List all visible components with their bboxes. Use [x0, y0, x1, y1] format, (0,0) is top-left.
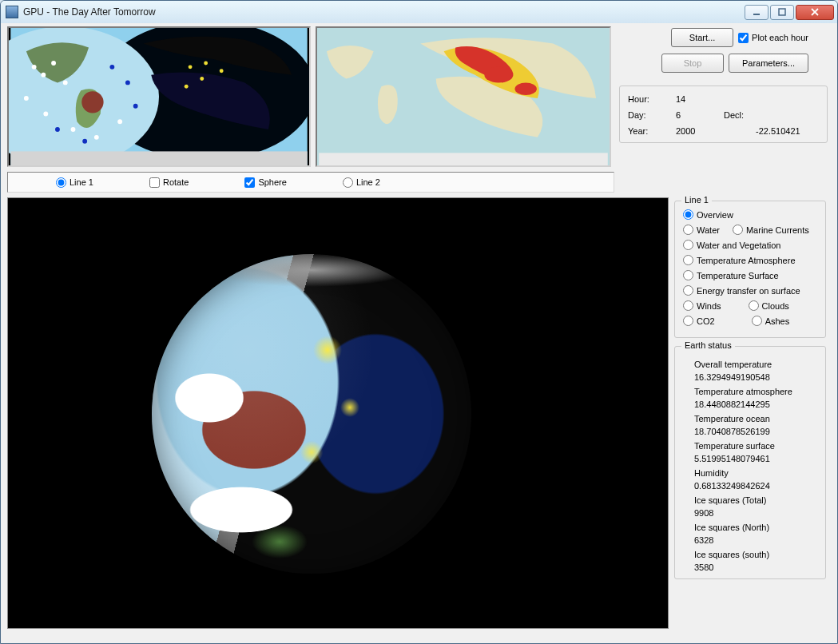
line1-groupbox: Line 1 Overview Water Marine Currents Wa… — [674, 201, 826, 338]
svg-point-21 — [55, 127, 60, 132]
svg-point-7 — [81, 91, 103, 113]
side-panel: Line 1 Overview Water Marine Currents Wa… — [671, 196, 829, 579]
opt-energy-transfer[interactable]: Energy transfer on surface — [683, 285, 800, 296]
svg-point-24 — [204, 62, 208, 66]
svg-rect-1 — [779, 9, 785, 15]
humidity-label: Humidity — [694, 468, 817, 478]
temp-ocean-label: Temperature ocean — [694, 414, 817, 423]
day-label: Day: — [628, 110, 676, 120]
ice-total-value: 9908 — [694, 508, 817, 518]
temp-atm-label: Temperature atmosphere — [694, 387, 817, 396]
ice-south-label: Ice squares (south) — [694, 550, 817, 559]
window-frame: GPU - The Day After Tomorrow — [0, 0, 838, 644]
ice-north-value: 6328 — [694, 535, 817, 545]
svg-point-11 — [51, 61, 56, 66]
overall-temp-value: 16.3294949190548 — [694, 372, 817, 382]
hour-value: 14 — [676, 94, 724, 104]
earth-status-legend: Earth status — [681, 340, 735, 350]
view-sphere-checkbox[interactable]: Sphere — [244, 177, 286, 188]
svg-point-30 — [484, 67, 512, 83]
svg-rect-8 — [10, 151, 307, 165]
svg-point-13 — [24, 96, 29, 101]
opt-water-vegetation[interactable]: Water and Vegetation — [683, 240, 780, 250]
opt-temp-surface[interactable]: Temperature Surface — [683, 270, 779, 280]
svg-point-26 — [200, 77, 204, 81]
parameters-button[interactable]: Parameters... — [729, 54, 808, 73]
view-line2-radio[interactable]: Line 2 — [343, 177, 380, 188]
app-icon — [6, 6, 18, 18]
svg-point-22 — [82, 139, 87, 144]
svg-point-18 — [109, 65, 114, 70]
temp-surf-value: 5.51995148079461 — [694, 454, 817, 463]
opt-overview[interactable]: Overview — [683, 209, 733, 220]
decl-label: Decl: — [724, 110, 756, 120]
titlebar[interactable]: GPU - The Day After Tomorrow — [1, 1, 837, 23]
right-controls: Start... Plot each hour Stop Parameters.… — [616, 26, 831, 167]
ice-total-label: Ice squares (Total) — [694, 495, 817, 505]
svg-point-17 — [117, 119, 122, 124]
hour-label: Hour: — [628, 94, 676, 104]
stop-button[interactable]: Stop — [661, 54, 724, 73]
top-row: Start... Plot each hour Stop Parameters.… — [7, 26, 831, 167]
minimize-button[interactable] — [745, 5, 768, 20]
temp-surf-label: Temperature surface — [694, 441, 817, 451]
day-value: 6 — [676, 110, 724, 120]
plot-each-hour-input[interactable] — [738, 33, 749, 43]
svg-point-10 — [41, 73, 46, 78]
svg-point-12 — [63, 80, 68, 85]
opt-temp-atmosphere[interactable]: Temperature Atmosphere — [683, 255, 796, 265]
map-heat-panel — [316, 26, 611, 167]
humidity-value: 0.68133249842624 — [694, 481, 817, 491]
svg-point-14 — [43, 112, 48, 117]
map-overview-panel — [7, 26, 311, 167]
start-button[interactable]: Start... — [671, 28, 733, 47]
opt-water[interactable]: Water — [683, 225, 720, 235]
view-line1-radio[interactable]: Line 1 — [56, 177, 93, 188]
svg-point-20 — [133, 104, 138, 109]
svg-point-9 — [32, 65, 37, 70]
plot-each-hour-checkbox[interactable]: Plot each hour — [738, 33, 808, 43]
svg-point-25 — [220, 69, 224, 73]
view-rotate-checkbox[interactable]: Rotate — [149, 177, 189, 188]
globe-render — [152, 254, 471, 574]
close-button[interactable] — [796, 5, 834, 20]
opt-winds[interactable]: Winds — [683, 300, 721, 311]
svg-point-15 — [71, 127, 76, 132]
line1-legend: Line 1 — [681, 195, 712, 205]
decl-value: -22.510421 — [756, 126, 819, 136]
temp-atm-value: 18.4480882144295 — [694, 400, 817, 409]
time-panel: Hour: 14 Day: 6 Decl: Year: 2000 -22.510… — [619, 85, 828, 143]
plot-each-hour-label: Plot each hour — [752, 33, 808, 42]
year-value: 2000 — [676, 126, 724, 136]
ice-south-value: 3580 — [694, 563, 817, 572]
opt-clouds[interactable]: Clouds — [749, 300, 789, 311]
temp-ocean-value: 18.7040878526199 — [694, 427, 817, 436]
overall-temp-label: Overall temperature — [694, 360, 817, 369]
svg-point-16 — [94, 135, 99, 140]
svg-point-19 — [125, 80, 130, 85]
svg-point-23 — [189, 65, 193, 69]
opt-ashes[interactable]: Ashes — [752, 316, 790, 326]
svg-point-31 — [515, 82, 537, 95]
window-title: GPU - The Day After Tomorrow — [23, 6, 156, 18]
ice-north-label: Ice squares (North) — [694, 523, 817, 532]
opt-marine-currents[interactable]: Marine Currents — [733, 225, 809, 235]
svg-point-27 — [185, 85, 189, 89]
content-area: Start... Plot each hour Stop Parameters.… — [4, 23, 834, 640]
opt-co2[interactable]: CO2 — [683, 316, 715, 326]
main-3d-view[interactable] — [7, 197, 669, 629]
year-label: Year: — [628, 126, 676, 136]
view-options-bar: Line 1 Rotate Sphere Line 2 — [7, 172, 614, 193]
maximize-button[interactable] — [770, 5, 794, 20]
svg-rect-29 — [319, 153, 608, 165]
earth-status-groupbox: Earth status Overall temperature 16.3294… — [674, 346, 826, 579]
